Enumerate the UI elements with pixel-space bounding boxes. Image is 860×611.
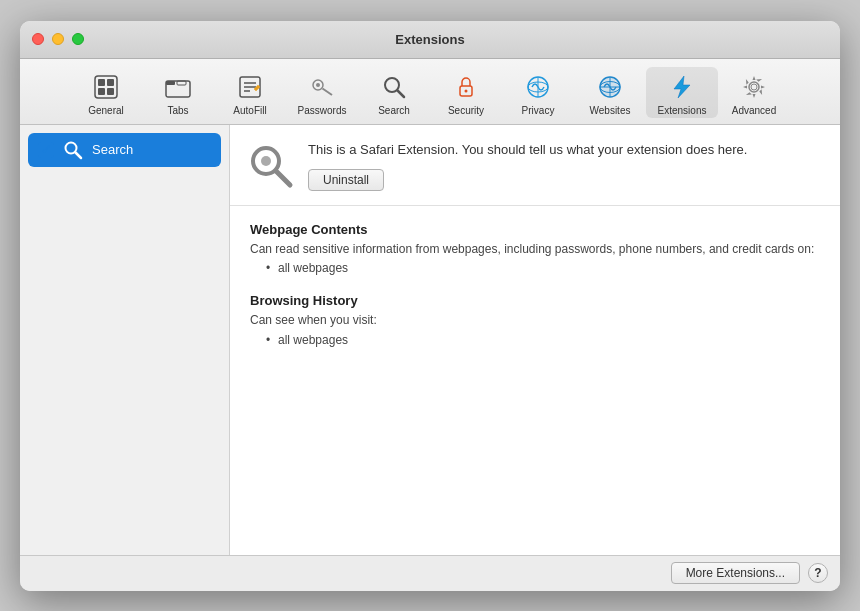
- security-label: Security: [448, 105, 484, 116]
- extension-enabled-checkbox[interactable]: ✓: [38, 142, 54, 158]
- svg-point-18: [465, 89, 468, 92]
- permissions-section: Webpage Contents Can read sensitive info…: [230, 206, 840, 555]
- extensions-icon: [666, 71, 698, 103]
- extensions-label: Extensions: [658, 105, 707, 116]
- privacy-label: Privacy: [522, 105, 555, 116]
- webpage-contents-group: Webpage Contents Can read sensitive info…: [250, 222, 820, 276]
- safari-preferences-window: Extensions General: [20, 21, 840, 591]
- passwords-icon: [306, 71, 338, 103]
- tabs-icon: [162, 71, 194, 103]
- toolbar-search[interactable]: Search: [358, 67, 430, 118]
- toolbar-tabs[interactable]: Tabs: [142, 67, 214, 118]
- right-panel: MALWARETIPS This is a Safari Extension. …: [230, 125, 840, 555]
- svg-line-34: [276, 171, 290, 185]
- privacy-icon: [522, 71, 554, 103]
- svg-rect-4: [107, 88, 114, 95]
- svg-line-13: [323, 88, 333, 95]
- sidebar-item-search[interactable]: ✓ Search: [28, 133, 221, 167]
- websites-label: Websites: [590, 105, 631, 116]
- maximize-button[interactable]: [72, 33, 84, 45]
- titlebar: Extensions: [20, 21, 840, 59]
- toolbar-advanced[interactable]: Advanced: [718, 67, 790, 118]
- more-extensions-button[interactable]: More Extensions...: [671, 562, 800, 584]
- websites-icon: [594, 71, 626, 103]
- passwords-label: Passwords: [298, 105, 347, 116]
- list-item: all webpages: [266, 333, 820, 347]
- toolbar: General Tabs: [20, 59, 840, 125]
- help-button[interactable]: ?: [808, 563, 828, 583]
- security-icon: [450, 71, 482, 103]
- toolbar-items: General Tabs: [70, 67, 790, 118]
- toolbar-security[interactable]: Security: [430, 67, 502, 118]
- extension-main-icon: [246, 141, 294, 189]
- svg-marker-27: [674, 76, 690, 98]
- close-button[interactable]: [32, 33, 44, 45]
- toolbar-privacy[interactable]: Privacy: [502, 67, 574, 118]
- sidebar-extension-icon: [62, 139, 84, 161]
- svg-point-14: [316, 83, 320, 87]
- svg-line-31: [76, 152, 82, 158]
- svg-rect-6: [166, 81, 175, 85]
- window-title: Extensions: [395, 32, 464, 47]
- sidebar: ✓ Search: [20, 125, 230, 555]
- advanced-icon: [738, 71, 770, 103]
- toolbar-autofill[interactable]: AutoFill: [214, 67, 286, 118]
- general-icon: [90, 71, 122, 103]
- extension-header: This is a Safari Extension. You should t…: [230, 125, 840, 206]
- svg-point-29: [751, 84, 757, 90]
- webpage-contents-list: all webpages: [250, 261, 820, 275]
- sidebar-item-label: Search: [92, 142, 133, 157]
- tabs-label: Tabs: [167, 105, 188, 116]
- browsing-history-desc: Can see when you visit:: [250, 312, 820, 329]
- list-item: all webpages: [266, 261, 820, 275]
- svg-rect-1: [98, 79, 105, 86]
- footer: More Extensions... ?: [20, 555, 840, 591]
- main-content: ✓ Search MALWARETIPS: [20, 125, 840, 555]
- svg-rect-3: [98, 88, 105, 95]
- extension-info: This is a Safari Extension. You should t…: [308, 141, 820, 191]
- svg-line-16: [398, 90, 405, 97]
- toolbar-general[interactable]: General: [70, 67, 142, 118]
- browsing-history-group: Browsing History Can see when you visit:…: [250, 293, 820, 347]
- uninstall-button[interactable]: Uninstall: [308, 169, 384, 191]
- advanced-label: Advanced: [732, 105, 776, 116]
- general-label: General: [88, 105, 124, 116]
- browsing-history-list: all webpages: [250, 333, 820, 347]
- toolbar-extensions[interactable]: Extensions: [646, 67, 718, 118]
- search-label: Search: [378, 105, 410, 116]
- extension-description: This is a Safari Extension. You should t…: [308, 141, 820, 159]
- browsing-history-title: Browsing History: [250, 293, 820, 308]
- svg-rect-2: [107, 79, 114, 86]
- checkmark-icon: ✓: [41, 143, 51, 157]
- toolbar-websites[interactable]: Websites: [574, 67, 646, 118]
- webpage-contents-title: Webpage Contents: [250, 222, 820, 237]
- autofill-label: AutoFill: [233, 105, 266, 116]
- webpage-contents-desc: Can read sensitive information from webp…: [250, 241, 820, 258]
- toolbar-passwords[interactable]: Passwords: [286, 67, 358, 118]
- window-controls: [32, 33, 84, 45]
- autofill-icon: [234, 71, 266, 103]
- search-toolbar-icon: [378, 71, 410, 103]
- minimize-button[interactable]: [52, 33, 64, 45]
- svg-point-33: [261, 156, 271, 166]
